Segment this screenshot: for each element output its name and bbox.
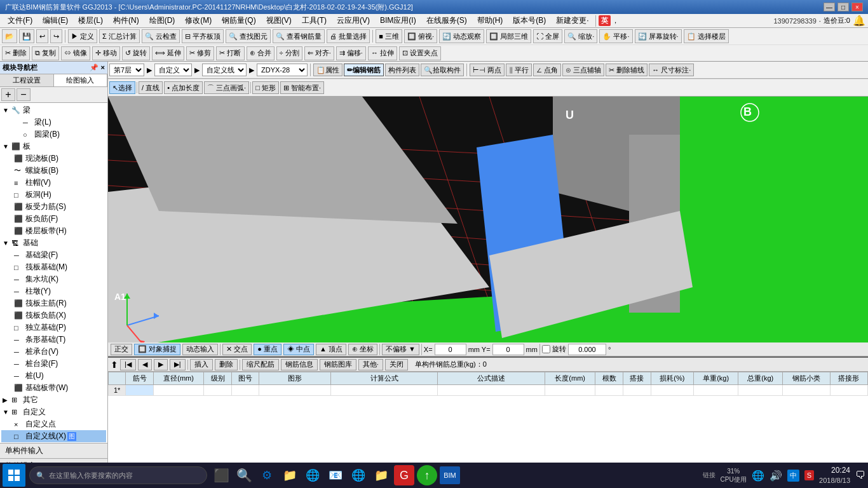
cell-formula[interactable]	[330, 385, 438, 396]
tree-custom-group[interactable]: ▼ ⊞ 自定义	[1, 406, 106, 418]
tb-dynamic-orbit-btn[interactable]: 🔄 动态观察	[439, 29, 484, 43]
menu-rebar-qty[interactable]: 钢筋量(Q)	[217, 14, 261, 27]
tree-beam-group[interactable]: ▼ 🔧 梁	[1, 104, 106, 116]
line-type-select[interactable]: 自定义线	[202, 64, 247, 76]
line-name-select[interactable]: ZDYX-28	[257, 64, 308, 76]
tree-raft-neg[interactable]: ⬛ 筏板负筋(X)	[1, 309, 106, 322]
taskbar-app-5[interactable]: 🌐	[302, 465, 323, 485]
tb-top-view-btn[interactable]: 🔲 俯视·	[404, 29, 437, 43]
tb-split-btn[interactable]: ÷ 分割	[276, 46, 302, 60]
menu-floor[interactable]: 楼层(L)	[73, 14, 108, 27]
midpoint-snap[interactable]: ◈ 中点	[283, 344, 314, 355]
tb-align-top-btn[interactable]: ⊟ 平齐板顶	[182, 29, 224, 43]
tb-rotate-btn[interactable]: ↺ 旋转	[122, 46, 150, 60]
menu-tools[interactable]: 工具(T)	[297, 14, 332, 27]
taskbar-app-7[interactable]: 🌐	[348, 465, 369, 485]
tb-offset-btn[interactable]: ⇉ 偏移·	[336, 46, 366, 60]
tb-undo-btn[interactable]: ↩	[36, 29, 48, 43]
tb-grip-btn[interactable]: ⊡ 设置夹点	[399, 46, 441, 60]
delete-axis-btn[interactable]: ✂ 删除辅线	[606, 64, 648, 76]
menu-version[interactable]: 版本号(B)	[508, 14, 551, 27]
menu-file[interactable]: 文件(F)	[3, 14, 37, 27]
tb-fullscreen-btn[interactable]: ⛶ 全屏	[533, 29, 562, 43]
select-btn[interactable]: ↖ 选择	[109, 81, 135, 94]
tree-slab-neg[interactable]: ⬛ 板负筋(F)	[1, 213, 106, 225]
tree-raft[interactable]: □ 筏板基础(M)	[1, 261, 106, 273]
cell-count[interactable]	[595, 385, 623, 396]
coordinate-snap[interactable]: ⊕ 坐标	[348, 344, 377, 355]
menu-component[interactable]: 构件(N)	[108, 14, 144, 27]
tb-align-btn[interactable]: ⇐ 对齐·	[304, 46, 334, 60]
menu-draw[interactable]: 绘图(D)	[144, 14, 180, 27]
rotate-input[interactable]	[568, 344, 606, 355]
smart-layout-btn[interactable]: ⊞ 智能布置·	[280, 81, 324, 94]
three-point-axis-btn[interactable]: ⊙ 三点辅轴	[562, 64, 604, 76]
tb-open-btn[interactable]: 📂	[2, 29, 17, 43]
rebar-info-btn[interactable]: 钢筋信息	[281, 359, 318, 370]
two-points-btn[interactable]: ⊢⊣ 两点	[470, 64, 505, 76]
menu-online[interactable]: 在线服务(S)	[421, 14, 472, 27]
other-btn[interactable]: 其他·	[358, 359, 383, 370]
menu-bim[interactable]: BIM应用(I)	[375, 14, 421, 27]
menu-help[interactable]: 帮助(H)	[472, 14, 508, 27]
no-offset-btn[interactable]: 不偏移 ▼	[382, 344, 419, 355]
tb-sum-btn[interactable]: Σ 汇总计算	[99, 29, 140, 43]
taskbar-app-2[interactable]: 🔍	[234, 465, 254, 485]
tree-pile-cap[interactable]: ─ 桩承台(V)	[1, 346, 106, 358]
tree-spiral-slab[interactable]: 〜 螺旋板(B)	[1, 165, 106, 177]
taskbar-search[interactable]: 🔍 在这里输入你要搜索的内容	[29, 466, 207, 484]
taskbar-app-bim[interactable]: BIM	[440, 466, 460, 484]
cell-bar-num[interactable]	[126, 385, 154, 396]
tree-found-band[interactable]: ⬛ 基础板带(W)	[1, 382, 106, 394]
taskbar-app-1[interactable]: ⬛	[211, 465, 231, 485]
tb-zoom-btn[interactable]: 🔍 缩放·	[564, 29, 597, 43]
pick-component-btn[interactable]: 🔍 拾取构件	[421, 64, 464, 76]
tb-extend-btn[interactable]: ⟺ 延伸	[152, 46, 184, 60]
table-row[interactable]: 1*	[109, 385, 868, 396]
x-input[interactable]	[435, 344, 466, 355]
tb-delete-btn[interactable]: ✂ 删除	[2, 46, 30, 60]
start-button[interactable]	[3, 464, 25, 487]
insert-btn[interactable]: 插入	[190, 359, 213, 370]
center-snap[interactable]: ● 重点	[254, 344, 281, 355]
taskbar-app-8[interactable]: 📁	[371, 465, 391, 485]
tree-col-cap[interactable]: ≡ 柱帽(V)	[1, 177, 106, 189]
type-select[interactable]: 自定义	[154, 64, 192, 76]
tb-redo-btn[interactable]: ↪	[50, 29, 62, 43]
add-component-btn[interactable]: +	[1, 88, 15, 101]
tree-custom-line[interactable]: □ 自定义线(X) 图	[1, 430, 106, 442]
object-snap-btn[interactable]: 🔲 对象捕捉	[134, 344, 180, 355]
tree-floor-band[interactable]: ⬛ 楼层板带(H)	[1, 225, 106, 237]
edit-rebar-btn[interactable]: ✏ 编辑钢筋	[344, 64, 384, 76]
taskbar-app-9[interactable]: G	[394, 465, 414, 485]
cell-splice-type[interactable]	[830, 385, 867, 396]
tb-cloud-check-btn[interactable]: 🔍 云检查	[142, 29, 180, 43]
angle-point-btn[interactable]: ∠ 点角	[533, 64, 561, 76]
tree-pile[interactable]: ─ 桩(U)	[1, 370, 106, 382]
cell-unit-weight[interactable]	[694, 385, 738, 396]
tb-merge-btn[interactable]: ⊕ 合并	[247, 46, 275, 60]
tb-move-btn[interactable]: ✛ 移动	[92, 46, 120, 60]
tree-slab-group[interactable]: ▼ ⬛ 板	[1, 140, 106, 152]
tb-pan-btn[interactable]: ✋ 平移·	[599, 29, 632, 43]
menu-view[interactable]: 视图(V)	[261, 14, 297, 27]
tb-screen-rotate-btn[interactable]: 🔄 屏幕旋转·	[635, 29, 682, 43]
tb-define-btn[interactable]: ▶ 定义	[68, 29, 97, 43]
dynamic-input-btn[interactable]: 动态输入	[182, 344, 218, 355]
remove-component-btn[interactable]: −	[17, 88, 31, 101]
parallel-btn[interactable]: ∥ 平行	[506, 64, 532, 76]
y-input[interactable]	[492, 344, 524, 355]
tree-beam-circle[interactable]: ○ 圆梁(B)	[1, 128, 106, 140]
nav-first-btn[interactable]: |◀	[120, 359, 136, 370]
close-panel-btn[interactable]: 关闭	[385, 359, 408, 370]
tree-other-group[interactable]: ▶ ⊞ 其它	[1, 394, 106, 406]
tree-cast-slab[interactable]: ⬛ 现浇板(B)	[1, 152, 106, 165]
restore-button[interactable]: □	[837, 3, 849, 11]
taskbar-app-10[interactable]: ↑	[417, 465, 437, 485]
scale-rebar-btn[interactable]: 缩尺配筋	[242, 359, 279, 370]
taskbar-datetime[interactable]: 20:24 2018/8/13	[819, 465, 850, 485]
tree-found-beam[interactable]: ─ 基础梁(F)	[1, 249, 106, 261]
delete-row-btn[interactable]: 删除	[215, 359, 238, 370]
tb-find-btn[interactable]: 🔍 查找图元	[226, 29, 271, 43]
rebar-library-btn[interactable]: 钢筋图库	[320, 359, 356, 370]
